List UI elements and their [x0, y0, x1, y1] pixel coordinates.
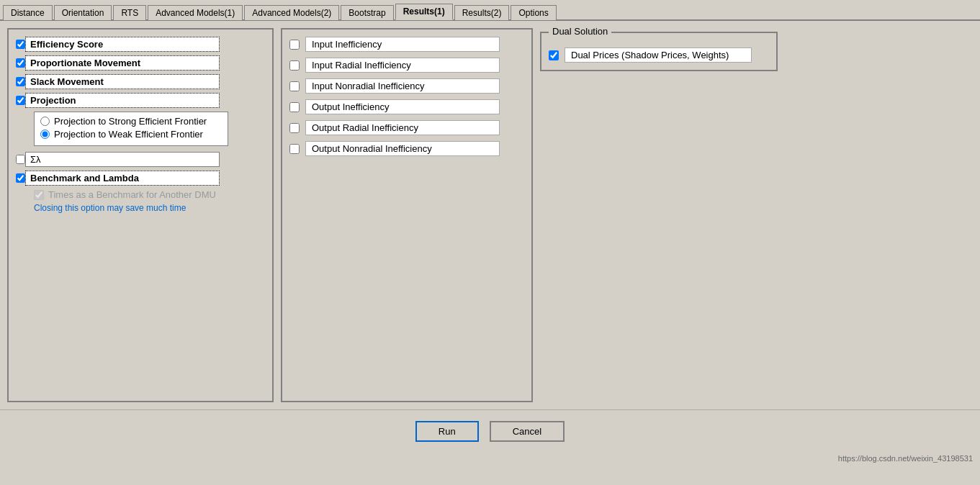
benchmark-checkbox[interactable]: [16, 173, 25, 183]
middle-panel: Input Inefficiency Input Radial Ineffici…: [281, 28, 533, 402]
tab-results1[interactable]: Results(1): [395, 4, 453, 20]
input-radial-inefficiency-checkbox[interactable]: [289, 60, 300, 71]
right-panel: Dual Solution Dual Prices (Shadow Prices…: [540, 28, 973, 402]
sigma-lambda-checkbox[interactable]: [16, 155, 25, 164]
dual-prices-label: Dual Prices (Shadow Prices, Weights): [565, 47, 752, 63]
dual-prices-checkbox[interactable]: [549, 50, 559, 60]
weak-frontier-radio[interactable]: [40, 130, 50, 139]
input-radial-inefficiency-label: Input Radial Inefficiency: [305, 58, 500, 73]
slack-movement-checkbox[interactable]: [16, 77, 25, 86]
output-radial-inefficiency-label: Output Radial Inefficiency: [305, 120, 500, 135]
efficiency-score-row: Efficiency Score: [16, 37, 265, 52]
strong-frontier-row: Projection to Strong Efficient Frontier: [40, 116, 222, 127]
output-nonradial-inefficiency-label: Output Nonradial Inefficiency: [305, 141, 500, 156]
times-benchmark-checkbox[interactable]: [34, 190, 44, 200]
bottom-bar: Run Cancel: [0, 409, 980, 453]
projection-checkbox[interactable]: [16, 96, 25, 105]
proportionate-movement-checkbox[interactable]: [16, 58, 25, 68]
dual-solution-title: Dual Solution: [549, 26, 611, 37]
tab-rts[interactable]: RTS: [113, 5, 146, 20]
projection-label: Projection: [25, 93, 220, 108]
output-nonradial-inefficiency-checkbox[interactable]: [289, 144, 300, 154]
output-radial-inefficiency-row: Output Radial Inefficiency: [289, 120, 524, 135]
weak-frontier-row: Projection to Weak Efficient Frontier: [40, 129, 222, 140]
strong-frontier-radio[interactable]: [40, 117, 50, 126]
left-panel: Efficiency Score Proportionate Movement …: [7, 28, 274, 402]
footer: https://blog.csdn.net/weixin_43198531: [0, 453, 980, 464]
tab-results2[interactable]: Results(2): [454, 5, 510, 20]
weak-frontier-label: Projection to Weak Efficient Frontier: [54, 129, 203, 140]
benchmark-row: Benchmark and Lambda: [16, 171, 265, 186]
slack-movement-row: Slack Movement: [16, 74, 265, 89]
sigma-lambda-row: Σλ: [16, 152, 265, 167]
input-nonradial-inefficiency-label: Input Nonradial Inefficiency: [305, 78, 500, 94]
run-button[interactable]: Run: [415, 421, 479, 442]
strong-frontier-label: Projection to Strong Efficient Frontier: [54, 116, 207, 127]
efficiency-score-label: Efficiency Score: [25, 37, 220, 52]
input-inefficiency-label: Input Inefficiency: [305, 37, 500, 52]
input-inefficiency-row: Input Inefficiency: [289, 37, 524, 52]
tab-bootstrap[interactable]: Bootstrap: [341, 5, 393, 20]
output-inefficiency-row: Output Inefficiency: [289, 99, 524, 114]
efficiency-score-checkbox[interactable]: [16, 40, 25, 49]
times-benchmark-row: Times as a Benchmark for Another DMU: [34, 189, 265, 200]
main-content: Efficiency Score Proportionate Movement …: [0, 21, 980, 409]
sigma-lambda-label: Σλ: [25, 152, 220, 167]
output-inefficiency-checkbox[interactable]: [289, 102, 300, 112]
output-inefficiency-label: Output Inefficiency: [305, 99, 500, 114]
tab-advanced1[interactable]: Advanced Models(1): [148, 5, 243, 20]
tab-orientation[interactable]: Orientation: [54, 5, 112, 20]
cancel-button[interactable]: Cancel: [490, 421, 565, 442]
slack-movement-label: Slack Movement: [25, 74, 220, 89]
input-inefficiency-checkbox[interactable]: [289, 40, 300, 50]
input-radial-inefficiency-row: Input Radial Inefficiency: [289, 58, 524, 73]
proportionate-movement-label: Proportionate Movement: [25, 55, 220, 71]
proportionate-movement-row: Proportionate Movement: [16, 55, 265, 71]
output-radial-inefficiency-checkbox[interactable]: [289, 123, 300, 133]
output-nonradial-inefficiency-row: Output Nonradial Inefficiency: [289, 141, 524, 156]
tab-advanced2[interactable]: Advanced Models(2): [244, 5, 339, 20]
projection-row: Projection: [16, 93, 265, 108]
hint-text: Closing this option may save much time: [34, 203, 265, 213]
tab-options[interactable]: Options: [511, 5, 556, 20]
input-nonradial-inefficiency-row: Input Nonradial Inefficiency: [289, 78, 524, 94]
dual-prices-row: Dual Prices (Shadow Prices, Weights): [549, 47, 769, 63]
times-benchmark-label: Times as a Benchmark for Another DMU: [48, 189, 216, 200]
dual-solution-group: Dual Solution Dual Prices (Shadow Prices…: [540, 32, 778, 71]
tab-distance[interactable]: Distance: [3, 5, 53, 20]
benchmark-label: Benchmark and Lambda: [25, 171, 220, 186]
projection-radio-group: Projection to Strong Efficient Frontier …: [34, 112, 228, 146]
input-nonradial-inefficiency-checkbox[interactable]: [289, 81, 300, 91]
tab-bar: Distance Orientation RTS Advanced Models…: [0, 0, 980, 21]
